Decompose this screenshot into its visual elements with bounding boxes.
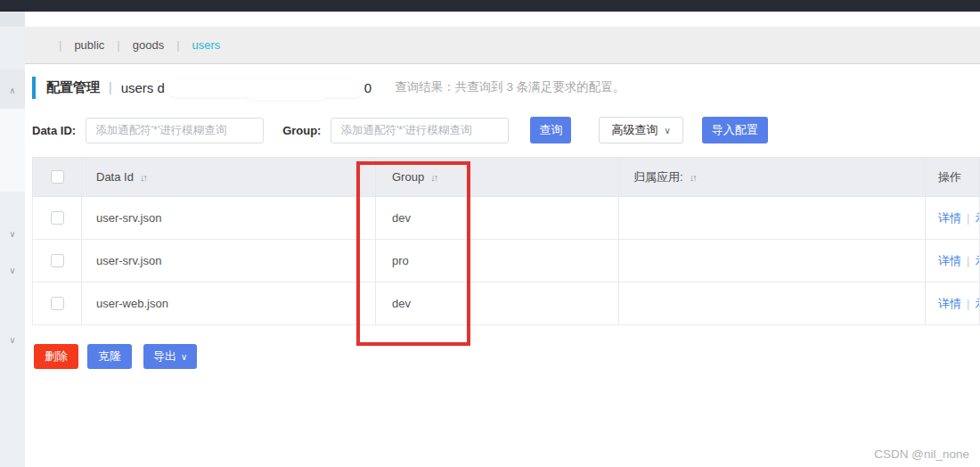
sort-icon[interactable]: ↓↑: [690, 172, 696, 183]
sidebar-segment: [0, 12, 25, 27]
table-row: user-web.json dev 详情 | 示例代码: [32, 283, 980, 325]
sort-icon[interactable]: ↓↑: [140, 172, 146, 183]
cell-app: [618, 240, 925, 282]
tab-separator: |: [164, 38, 192, 52]
detail-link[interactable]: 详情: [938, 253, 961, 269]
cell-group: dev: [375, 197, 618, 239]
action-separator: |: [967, 254, 969, 267]
detail-link[interactable]: 详情: [938, 296, 961, 312]
import-config-button[interactable]: 导入配置: [702, 117, 768, 143]
cell-app: [618, 197, 925, 239]
namespace-tab-label[interactable]: goods: [133, 38, 164, 52]
header-actions: 操作: [925, 158, 979, 196]
header-app-label: 归属应用:: [633, 169, 683, 185]
header-app: 归属应用: ↓↑: [618, 158, 925, 196]
header-actions-label: 操作: [938, 169, 961, 185]
bulk-action-buttons: 删除 克隆 导出 ∨: [34, 344, 197, 369]
namespace-tab[interactable]: | public: [46, 38, 104, 52]
cell-group: dev: [375, 283, 618, 324]
namespace-tab-label[interactable]: public: [74, 38, 104, 52]
top-navigation-bar: [0, 0, 980, 12]
data-id-label: Data ID:: [32, 124, 76, 137]
page-header: 配置管理 | users d 0 查询结果：共查询到 3 条满足要求的配置。: [32, 75, 976, 100]
clone-button[interactable]: 克隆: [87, 344, 132, 369]
table-body: user-srv.json dev 详情 | 示例代码 user-srv.jso…: [32, 197, 980, 325]
cell-app: [618, 283, 925, 324]
redaction-smear: [167, 78, 364, 97]
example-code-link[interactable]: 示例代码: [975, 296, 979, 312]
tab-separator: |: [46, 38, 74, 52]
cell-actions: 详情 | 示例代码: [925, 197, 979, 239]
namespace-tabbar: | public | goods | users: [25, 27, 980, 64]
chevron-down-icon[interactable]: ∨: [0, 336, 25, 345]
chevron-down-icon: ∨: [664, 126, 670, 135]
table-row: user-srv.json pro 详情 | 示例代码: [32, 240, 980, 283]
detail-link[interactable]: 详情: [938, 210, 961, 226]
advanced-query-button[interactable]: 高级查询 ∨: [599, 117, 682, 143]
sidebar-segment: [0, 109, 25, 192]
export-label: 导出: [153, 348, 176, 365]
cell-data-id: user-web.json: [81, 283, 375, 324]
chevron-down-icon: ∨: [181, 352, 187, 362]
query-result-summary: 查询结果：共查询到 3 条满足要求的配置。: [395, 79, 625, 95]
title-separator: |: [109, 80, 112, 94]
advanced-query-label: 高级查询: [611, 122, 657, 138]
data-id-input[interactable]: [86, 118, 264, 143]
title-accent-bar: [32, 77, 36, 99]
delete-button[interactable]: 删除: [34, 344, 78, 369]
header-checkbox-cell: [33, 158, 81, 196]
export-button[interactable]: 导出 ∨: [143, 344, 197, 369]
example-code-link[interactable]: 示例代码: [975, 210, 979, 226]
header-group: Group ↓↑: [375, 158, 618, 196]
group-label: Group:: [282, 124, 321, 137]
row-checkbox-cell: [33, 197, 81, 239]
row-checkbox[interactable]: [51, 254, 64, 267]
namespace-tab[interactable]: | goods: [104, 38, 164, 52]
chevron-down-icon[interactable]: ∨: [0, 266, 25, 275]
cell-data-id: user-srv.json: [81, 197, 375, 239]
cell-actions: 详情 | 示例代码: [925, 283, 979, 324]
example-code-link[interactable]: 示例代码: [975, 253, 979, 269]
group-input[interactable]: [331, 118, 509, 143]
action-separator: |: [967, 297, 969, 310]
page-title: 配置管理: [46, 79, 100, 96]
chevron-up-icon[interactable]: ∧: [0, 86, 25, 95]
action-separator: |: [967, 211, 969, 225]
search-form: Data ID: Group: 查询 高级查询 ∨ 导入配置: [32, 117, 976, 143]
row-checkbox-cell: [33, 240, 81, 282]
header-group-label: Group: [392, 170, 424, 184]
row-checkbox[interactable]: [51, 211, 64, 225]
sort-icon[interactable]: ↓↑: [430, 172, 437, 183]
header-data-id: Data Id ↓↑: [81, 158, 375, 196]
namespace-tab-label[interactable]: users: [192, 38, 221, 52]
namespace-id-text: users d: [121, 80, 165, 95]
row-checkbox-cell: [33, 283, 81, 324]
select-all-checkbox[interactable]: [51, 170, 64, 184]
header-data-id-label: Data Id: [96, 170, 134, 184]
config-table: Data Id ↓↑ Group ↓↑ 归属应用: ↓↑ 操作 user-srv…: [32, 157, 980, 325]
tab-separator: |: [104, 38, 132, 52]
table-header-row: Data Id ↓↑ Group ↓↑ 归属应用: ↓↑ 操作: [32, 157, 980, 197]
cell-actions: 详情 | 示例代码: [925, 240, 979, 282]
collapsed-sidebar: ∧ ∨ ∨ ∨: [0, 12, 25, 467]
cell-data-id: user-srv.json: [81, 240, 375, 282]
watermark-text: CSDN @nil_none: [874, 447, 969, 461]
chevron-down-icon[interactable]: ∨: [0, 230, 25, 239]
cell-group: pro: [375, 240, 618, 282]
namespace-id-tail: 0: [364, 80, 372, 95]
namespace-tab[interactable]: | users: [164, 38, 220, 52]
table-row: user-srv.json dev 详情 | 示例代码: [32, 197, 980, 240]
row-checkbox[interactable]: [51, 297, 64, 310]
search-button[interactable]: 查询: [530, 117, 571, 143]
